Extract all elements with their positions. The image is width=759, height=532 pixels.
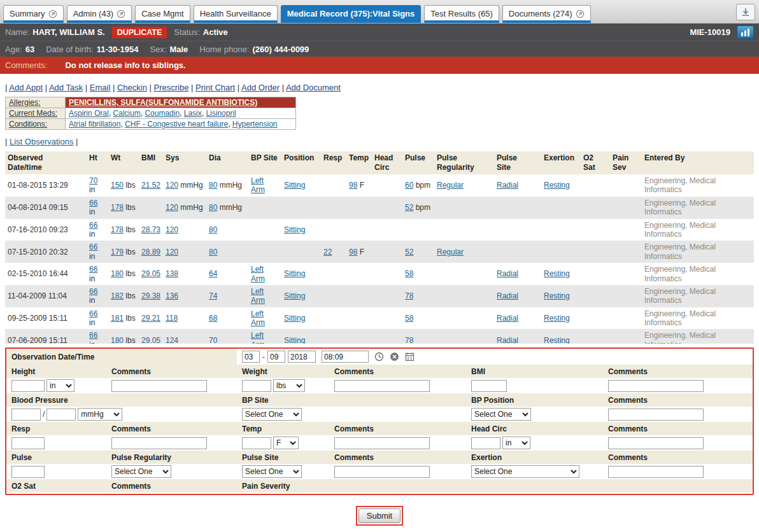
obs-value-link[interactable]: 180 (111, 336, 124, 344)
obs-value-link[interactable]: 80 (209, 248, 217, 256)
obs-day-input[interactable] (267, 351, 285, 363)
o2-sat-input[interactable] (11, 494, 45, 496)
obs-value-link[interactable]: 66 (89, 199, 97, 207)
obs-time-input[interactable] (322, 351, 369, 363)
obs-value-link[interactable]: 60 (405, 181, 413, 190)
obs-value-link[interactable]: Left Arm (251, 265, 265, 283)
obs-value-link[interactable]: 58 (405, 269, 413, 278)
obs-value-link[interactable]: 118 (166, 314, 178, 323)
weight-comments-input[interactable] (334, 380, 430, 392)
condition-link[interactable]: Atrial fibrillation (69, 120, 120, 129)
obs-value-link[interactable]: 80 (209, 203, 217, 212)
pulse-input[interactable] (11, 466, 45, 478)
obs-value-link[interactable]: Left Arm (251, 309, 265, 327)
condition-link[interactable]: Hypertension (232, 120, 278, 129)
obs-value-link[interactable]: 70 (89, 176, 97, 185)
bp-comments-input[interactable] (608, 409, 704, 421)
obs-value-link[interactable]: 29.38 (141, 291, 160, 300)
tab-summary[interactable]: Summary (3, 5, 64, 23)
obs-value-link[interactable]: 78 (405, 291, 413, 300)
obs-value-link[interactable]: 78 (405, 336, 413, 344)
pulse-regularity-select[interactable]: Select One (111, 465, 171, 478)
obs-value-link[interactable]: 120 (166, 181, 178, 190)
popup-window-icon[interactable] (117, 10, 125, 18)
obs-value-link[interactable]: 58 (405, 314, 413, 323)
action-add-appt[interactable]: Add Appt (9, 83, 43, 92)
obs-value-link[interactable]: Regular (437, 181, 464, 190)
action-print-chart[interactable]: Print Chart (195, 83, 235, 92)
chart-button[interactable] (737, 25, 754, 39)
obs-value-link[interactable]: 66 (89, 287, 97, 296)
med-link[interactable]: Lisinopril (206, 109, 236, 118)
med-link[interactable]: Calcium (113, 109, 140, 118)
pulse-comments-input[interactable] (334, 466, 430, 478)
tab-health-surveillance[interactable]: Health Surveillance (194, 5, 278, 23)
obs-value-link[interactable]: 124 (166, 336, 178, 344)
obs-value-link[interactable]: 182 (111, 291, 124, 300)
list-observations-link[interactable]: List Observations (10, 137, 73, 146)
weight-input[interactable] (242, 380, 271, 392)
action-add-document[interactable]: Add Document (286, 83, 341, 92)
download-button[interactable] (736, 4, 755, 20)
obs-value-link[interactable]: 52 (405, 248, 413, 256)
temp-comments-input[interactable] (334, 437, 430, 449)
obs-value-link[interactable]: Resting (544, 269, 570, 278)
obs-value-link[interactable]: Radial (497, 181, 518, 190)
resp-comments-input[interactable] (111, 437, 207, 449)
obs-value-link[interactable]: 70 (209, 336, 217, 344)
tab-medical-record-active[interactable]: Medical Record (375):Vital Signs (281, 5, 422, 23)
submit-button[interactable]: Submit (358, 508, 401, 523)
resp-input[interactable] (11, 437, 45, 449)
obs-value-link[interactable]: 29.05 (141, 269, 160, 278)
obs-value-link[interactable]: 179 (111, 248, 124, 256)
obs-year-input[interactable] (288, 351, 316, 363)
obs-value-link[interactable]: Left Arm (251, 176, 265, 194)
exertion-select[interactable]: Select One (471, 465, 579, 478)
obs-value-link[interactable]: 68 (209, 314, 217, 323)
obs-value-link[interactable]: Radial (497, 291, 518, 300)
temp-input[interactable] (242, 437, 271, 449)
action-email[interactable]: Email (90, 83, 111, 92)
obs-value-link[interactable]: Sitting (284, 269, 305, 278)
obs-value-link[interactable]: Left Arm (251, 331, 265, 344)
obs-value-link[interactable]: 136 (166, 291, 178, 300)
obs-value-link[interactable]: 98 (349, 181, 357, 190)
bp-site-select[interactable]: Select One (242, 408, 302, 421)
obs-value-link[interactable]: 120 (166, 225, 178, 234)
obs-value-link[interactable]: Resting (544, 291, 570, 300)
calendar-icon[interactable] (405, 352, 415, 361)
obs-value-link[interactable]: 66 (89, 242, 97, 251)
head-circ-input[interactable] (471, 437, 500, 449)
med-link[interactable]: Lasix (184, 109, 202, 118)
tab-case-mgmt[interactable]: Case Mgmt (135, 5, 190, 23)
obs-value-link[interactable]: 181 (111, 314, 124, 323)
obs-value-link[interactable]: Sitting (284, 181, 305, 190)
conditions-label-link[interactable]: Conditions: (9, 120, 47, 129)
o2-sat-comments-input[interactable] (111, 494, 207, 496)
temp-unit-select[interactable]: F (273, 437, 299, 449)
height-input[interactable] (11, 380, 45, 392)
obs-value-link[interactable]: 74 (209, 291, 217, 300)
clock-icon[interactable] (374, 352, 384, 361)
obs-value-link[interactable]: 52 (405, 203, 413, 212)
obs-value-link[interactable]: 150 (111, 181, 124, 190)
obs-value-link[interactable]: 22 (323, 248, 332, 256)
obs-value-link[interactable]: 120 (166, 248, 178, 256)
obs-value-link[interactable]: Sitting (284, 291, 305, 300)
obs-value-link[interactable]: 64 (209, 269, 217, 278)
height-comments-input[interactable] (111, 380, 207, 392)
obs-month-input[interactable] (242, 351, 260, 363)
obs-value-link[interactable]: Radial (497, 314, 518, 323)
head-circ-comments-input[interactable] (608, 437, 704, 449)
obs-value-link[interactable]: Sitting (284, 225, 305, 234)
tab-documents[interactable]: Documents (274) (502, 5, 591, 23)
head-circ-unit-select[interactable]: in (502, 437, 530, 449)
bp-systolic-input[interactable] (11, 409, 41, 421)
obs-value-link[interactable]: 80 (209, 225, 217, 234)
exertion-comments-input[interactable] (608, 466, 704, 478)
obs-value-link[interactable]: Sitting (284, 336, 305, 344)
obs-value-link[interactable]: 28.73 (141, 225, 160, 234)
action-add-order[interactable]: Add Order (241, 83, 280, 92)
tab-admin[interactable]: Admin (43) (67, 5, 132, 23)
action-checkin[interactable]: Checkin (117, 83, 147, 92)
